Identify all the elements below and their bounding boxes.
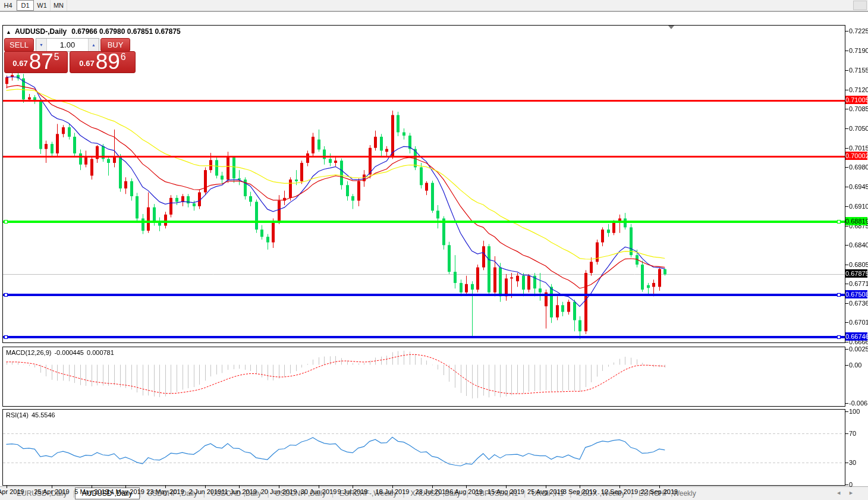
date-tick-label: 23 May 2019 [146, 488, 184, 495]
sell-price-button[interactable]: 0.67 87 5 [4, 51, 68, 73]
price-tick-label: 0.70150 [849, 144, 868, 152]
chart-window: ▲AUDUSD-,Daily0.67966 0.67980 0.67851 0.… [0, 11, 868, 486]
price-tick-mark [845, 284, 848, 284]
macd-tick-mark [845, 365, 848, 366]
price-tick-label: 0.71550 [849, 67, 868, 74]
price-tick-label: 0.68400 [849, 241, 868, 249]
sell-price-prefix: 0.67 [12, 59, 27, 71]
rsi-indicator-label: RSI(14)45.5546 [6, 411, 58, 419]
price-level-label: 0.70002 [845, 152, 867, 160]
price-level-label: 0.71005 [845, 96, 867, 104]
sell-price-big-digits: 87 [29, 52, 54, 71]
macd-title: MACD(12,26,9) [6, 349, 51, 356]
date-tick-label: 14 May 2019 [106, 488, 144, 495]
date-tick-label: 28 Jul 2019 [416, 488, 449, 495]
date-tick-label: 15 Apr 2019 [0, 488, 24, 495]
price-tick-mark [845, 167, 848, 168]
timeframe-w1-button[interactable]: W1 [34, 0, 51, 11]
rsi-tick-label: 0 [849, 481, 853, 488]
date-tick-label: 3 Sep 2019 [563, 488, 596, 495]
price-tick-label: 0.71200 [849, 86, 868, 93]
macd-indicator-label: MACD(12,26,9)-0.0004450.000781 [6, 349, 117, 356]
date-tick-label: 11 Jun 2019 [221, 488, 257, 495]
date-tick-label: 9 Jul 2019 [338, 488, 368, 495]
price-tick-mark [845, 70, 848, 71]
price-tick-mark [845, 90, 848, 90]
price-tick-label: 0.70500 [849, 125, 868, 132]
price-tick-mark [845, 303, 848, 304]
price-tick-label: 0.69800 [849, 163, 868, 171]
price-tick-label: 0.69450 [849, 183, 868, 190]
rsi-tick-mark [845, 411, 848, 412]
tab-scroll-left-icon[interactable]: ◄ [836, 490, 848, 496]
timeframe-toolbar: H4 D1 W1 MN [0, 0, 868, 11]
date-tick-label: 2 Jun 2019 [189, 488, 221, 495]
price-tick-label: 0.71900 [849, 47, 868, 54]
price-tick-mark [845, 206, 848, 207]
price-tick-mark [845, 31, 848, 32]
rsi-panel-canvas[interactable] [2, 409, 845, 486]
rsi-tick-label: 70 [849, 430, 856, 437]
chart-ohlc-values: 0.67966 0.67980 0.67851 0.67875 [71, 27, 181, 36]
date-tick-label: 25 Apr 2019 [34, 488, 69, 495]
buy-price-button[interactable]: 0.67 89 6 [70, 51, 136, 73]
chart-shift-marker-icon [668, 26, 674, 29]
price-tick-mark [845, 109, 848, 109]
timeframe-h4-button[interactable]: H4 [0, 0, 17, 11]
tab-scroll-arrows[interactable]: ◄► [836, 490, 861, 496]
tab-scroll-right-icon[interactable]: ► [848, 490, 861, 496]
rsi-title: RSI(14) [6, 411, 29, 419]
date-tick-label: 22 Sep 2019 [641, 488, 678, 495]
macd-tick-label: -0.006326 [849, 400, 868, 407]
sell-price-pipette: 5 [54, 52, 59, 62]
rsi-tick-label: 30 [849, 459, 856, 466]
buy-price-big-digits: 89 [96, 52, 120, 71]
buy-price-pipette: 6 [121, 52, 126, 62]
chart-title: ▲AUDUSD-,Daily0.67966 0.67980 0.67851 0.… [6, 27, 181, 36]
price-tick-label: 0.70850 [849, 105, 868, 112]
price-tick-mark [845, 322, 848, 323]
price-tick-mark [845, 51, 848, 51]
macd-tick-mark [845, 403, 848, 404]
price-tick-label: 0.72250 [849, 27, 868, 34]
price-tick-mark [845, 265, 848, 265]
price-tick-label: 0.67010 [849, 319, 868, 326]
price-tick-mark [845, 245, 848, 246]
macd-tick-label: 0.002574 [849, 345, 868, 353]
toolbar-overflow-button[interactable] [853, 1, 867, 10]
macd-panel-canvas[interactable] [2, 347, 845, 407]
price-level-label: 0.66746 [845, 332, 867, 341]
macd-tick-mark [845, 349, 848, 350]
date-tick-label: 30 Jun 2019 [301, 488, 337, 495]
timeframe-d1-button[interactable]: D1 [17, 0, 34, 11]
price-tick-mark [845, 342, 848, 342]
date-tick-label: 12 Sep 2019 [601, 488, 638, 495]
price-tick-mark [845, 128, 848, 129]
price-level-label: 0.67875 [845, 269, 867, 278]
date-tick-label: 25 Aug 2019 [527, 488, 564, 495]
price-tick-mark [845, 226, 848, 227]
mt4-window: H4 D1 W1 MN ▲AUDUSD-,Daily0.67966 0.6798… [0, 0, 868, 500]
price-tick-label: 0.67360 [849, 300, 868, 307]
macd-value: -0.000445 [54, 349, 84, 356]
buy-price-prefix: 0.67 [79, 59, 94, 71]
price-tick-mark [845, 148, 848, 149]
chart-symbol-label: AUDUSD-,Daily [15, 27, 67, 36]
one-click-trading-panel: SELL ▼ 1.00 ▲ BUY 0.67 87 5 0.67 89 6 [4, 38, 136, 73]
rsi-tick-label: 100 [849, 408, 860, 415]
macd-signal-value: 0.000781 [87, 349, 114, 356]
date-tick-label: 15 Aug 2019 [488, 488, 524, 495]
date-tick-label: 6 Aug 2019 [449, 488, 483, 495]
price-level-label: 0.67508 [845, 290, 867, 298]
rsi-tick-mark [845, 485, 848, 485]
date-tick-label: 5 May 2019 [74, 488, 108, 495]
price-tick-label: 0.67710 [849, 280, 868, 287]
price-tick-label: 0.69100 [849, 203, 868, 210]
rsi-tick-mark [845, 463, 848, 463]
price-tick-label: 0.68050 [849, 261, 868, 268]
rsi-value: 45.5546 [32, 411, 55, 419]
timeframe-mn-button[interactable]: MN [51, 0, 67, 11]
price-level-label: 0.68819 [845, 217, 867, 225]
collapse-panel-icon[interactable]: ▲ [6, 29, 11, 35]
date-tick-label: 20 Jun 2019 [261, 488, 297, 495]
